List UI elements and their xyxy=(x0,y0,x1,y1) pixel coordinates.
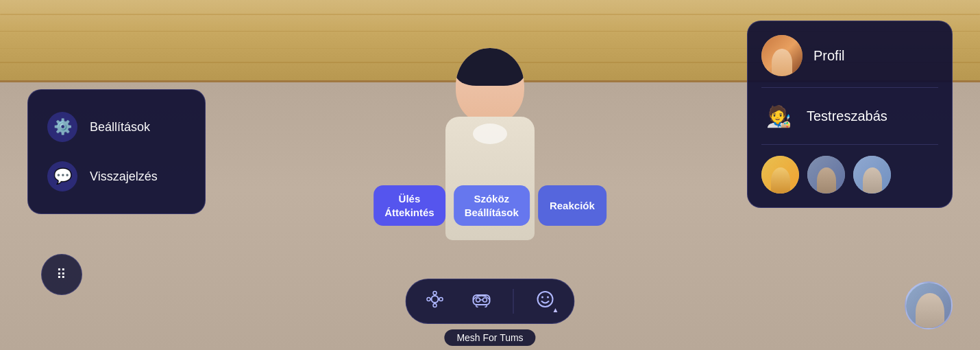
szoköz-button[interactable]: Szóköz Beállítások xyxy=(454,185,530,226)
toolbar-divider xyxy=(513,289,514,314)
customize-label: Testreszabás xyxy=(807,108,887,124)
profile-avatar xyxy=(761,35,803,76)
center-buttons: Ülés Áttekintés Szóköz Beállítások Reakc… xyxy=(373,185,607,226)
right-panel: Profil 🧑‍🎨 Testreszabás xyxy=(747,21,953,208)
avatar-hair xyxy=(456,48,524,86)
svg-point-3 xyxy=(427,298,430,301)
customize-icon: 🧑‍🎨 xyxy=(761,99,796,133)
left-panel: ⚙️ Beállítások 💬 Visszajelzés xyxy=(27,89,206,214)
feedback-icon: 💬 xyxy=(47,161,77,191)
toolbar-pill: ▲ xyxy=(406,279,575,324)
avatar-yellow[interactable] xyxy=(761,156,799,194)
settings-label: Beállítások xyxy=(90,120,150,135)
mesh-toolbar-button[interactable] xyxy=(420,286,450,316)
svg-point-4 xyxy=(439,298,443,301)
svg-point-2 xyxy=(433,304,437,307)
emoji-button[interactable]: ▲ xyxy=(530,286,561,316)
settings-icon: ⚙️ xyxy=(47,112,77,142)
avatar-light-blue[interactable] xyxy=(853,156,891,194)
avatar-head xyxy=(456,48,524,124)
svg-point-13 xyxy=(538,292,553,307)
bottom-toolbar: ▲ xyxy=(406,279,575,324)
settings-menu-item[interactable]: ⚙️ Beállítások xyxy=(42,104,191,150)
bottom-right-avatar-bubble[interactable] xyxy=(905,281,953,329)
mesh-for-tums-label: Mesh For Tums xyxy=(444,329,535,346)
svg-point-15 xyxy=(547,296,549,299)
feedback-menu-item[interactable]: 💬 Visszajelzés xyxy=(42,153,191,200)
avatar-blue-gray[interactable] xyxy=(807,156,845,194)
reakciok-button[interactable]: Reakciók xyxy=(538,185,607,226)
profile-avatar-inner xyxy=(761,35,803,76)
mesh-icon xyxy=(426,290,445,313)
svg-point-1 xyxy=(433,292,437,295)
svg-point-0 xyxy=(432,296,439,303)
avatars-row xyxy=(761,145,938,194)
feedback-label: Visszajelzés xyxy=(90,170,158,184)
customize-row[interactable]: 🧑‍🎨 Testreszabás xyxy=(761,88,938,145)
avatar-view-icon xyxy=(471,290,492,312)
ules-button[interactable]: Ülés Áttekintés xyxy=(373,185,445,226)
svg-point-10 xyxy=(476,298,480,302)
avatar-view-button[interactable] xyxy=(467,286,497,316)
grid-icon: ⠿ xyxy=(56,266,67,283)
profile-label: Profil xyxy=(813,48,845,64)
svg-point-11 xyxy=(483,298,487,302)
grid-menu-button[interactable]: ⠿ xyxy=(41,254,82,295)
svg-point-14 xyxy=(541,296,543,299)
emoji-caret-icon: ▲ xyxy=(552,306,559,314)
profile-row: Profil xyxy=(761,35,938,88)
